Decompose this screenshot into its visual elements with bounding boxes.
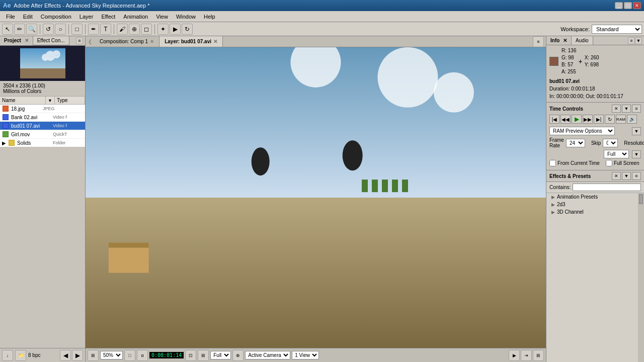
play-btn-tc[interactable]: ▶ bbox=[572, 115, 582, 124]
workspace-select[interactable]: Standard bbox=[592, 25, 642, 34]
file-item-girl[interactable]: Girl.mov QuickT bbox=[0, 130, 85, 139]
close-button[interactable]: ✕ bbox=[633, 2, 641, 9]
maximize-button[interactable]: □ bbox=[624, 2, 632, 9]
effects-item-3dchannel[interactable]: ▶ 3D Channel bbox=[546, 208, 638, 216]
comp-alpha-btn[interactable]: α bbox=[137, 350, 148, 361]
info-tab-close[interactable]: ✕ bbox=[563, 38, 567, 43]
comp-tab-layer[interactable]: Layer: bud01 07.avi ✕ bbox=[159, 36, 223, 47]
comp-tab-layer-close[interactable]: ✕ bbox=[213, 39, 217, 44]
comp-tabs-left[interactable]: ❮ bbox=[86, 36, 95, 47]
effect-controls-tab[interactable]: Effect Con... bbox=[33, 36, 69, 45]
framerate-select[interactable]: 24 bbox=[566, 139, 585, 147]
menu-edit[interactable]: Edit bbox=[19, 13, 37, 21]
menu-help[interactable]: Help bbox=[200, 13, 219, 21]
loop-btn[interactable]: ↻ bbox=[182, 24, 193, 35]
full-screen-checkbox[interactable] bbox=[606, 160, 612, 166]
type-column-header[interactable]: Type bbox=[55, 97, 85, 104]
menu-composition[interactable]: Composition bbox=[37, 13, 75, 21]
stamp-tool[interactable]: ⊕ bbox=[129, 24, 140, 35]
effects-search-input[interactable] bbox=[573, 184, 641, 191]
menu-file[interactable]: File bbox=[2, 13, 19, 21]
orbit-tool[interactable]: ○ bbox=[55, 24, 66, 35]
go-end-btn[interactable]: ▶| bbox=[594, 115, 604, 124]
file-item-bud0107[interactable]: bud01 07.avi Video f bbox=[0, 122, 85, 130]
comp-view-mode[interactable]: □ bbox=[124, 350, 135, 361]
rect-tool[interactable]: □ bbox=[71, 24, 83, 35]
eraser-tool[interactable]: ◻ bbox=[141, 24, 152, 35]
panel-nav-right[interactable]: ▶ bbox=[72, 350, 83, 361]
comp-settings-btn[interactable]: ⊞ bbox=[88, 350, 99, 361]
quality-select[interactable]: Full bbox=[210, 351, 231, 359]
tc-menu[interactable]: ≡ bbox=[632, 105, 641, 113]
file-item-18jpg[interactable]: 18.jpg JPEG bbox=[0, 105, 85, 113]
resolution-row: Full ▼ bbox=[549, 150, 641, 158]
view-count-select[interactable]: 1 View bbox=[292, 351, 319, 359]
folder-solids[interactable]: ▶ Solids Folder bbox=[0, 139, 85, 147]
comp-grid2-btn[interactable]: ⊕ bbox=[232, 350, 244, 361]
workspace-label: Workspace: Standard bbox=[560, 25, 642, 34]
comp-tab-comp1-close[interactable]: ✕ bbox=[150, 39, 154, 44]
arrow-icon-1: ▶ bbox=[551, 202, 555, 207]
comp-export-btn[interactable]: ⇥ bbox=[521, 350, 532, 361]
menu-effect[interactable]: Effect bbox=[97, 13, 119, 21]
audio-btn-tc[interactable]: 🔊 bbox=[627, 115, 637, 124]
effects-scroll-thumb[interactable] bbox=[639, 194, 643, 204]
go-start-btn[interactable]: |◀ bbox=[549, 115, 559, 124]
menu-view[interactable]: View bbox=[152, 13, 172, 21]
pen-path-tool[interactable]: ✒ bbox=[88, 24, 99, 35]
tc-expand[interactable]: ▼ bbox=[622, 105, 631, 113]
ram-preview-menu[interactable]: ▼ bbox=[632, 127, 641, 135]
ram-preview-select[interactable]: RAM Preview Options bbox=[549, 127, 615, 135]
menu-layer[interactable]: Layer bbox=[75, 13, 98, 21]
skip-select[interactable]: 0 bbox=[603, 139, 618, 147]
camera-select[interactable]: Active Camera bbox=[245, 351, 290, 359]
loop-btn-tc[interactable]: ↻ bbox=[605, 115, 615, 124]
project-tab[interactable]: Project ✕ bbox=[0, 36, 33, 45]
comp-panel-menu[interactable]: ≡ bbox=[533, 36, 544, 47]
audio-tab[interactable]: Audio bbox=[572, 36, 593, 45]
rotate-tool[interactable]: ↺ bbox=[43, 24, 54, 35]
selection-tool[interactable]: ↖ bbox=[2, 24, 13, 35]
step-fwd-btn[interactable]: ▶▶ bbox=[583, 115, 593, 124]
from-current-time-checkbox[interactable] bbox=[549, 160, 556, 166]
panel-menu-btn[interactable]: ≡ bbox=[76, 37, 83, 44]
minimize-button[interactable]: _ bbox=[615, 2, 623, 9]
quicktime-icon bbox=[2, 131, 9, 138]
zoom-select[interactable]: 50% bbox=[100, 351, 123, 359]
menu-window[interactable]: Window bbox=[172, 13, 200, 21]
tc-close[interactable]: ✕ bbox=[612, 105, 621, 113]
text-tool[interactable]: T bbox=[100, 24, 111, 35]
comp-tab-comp1[interactable]: Composition: Comp 1 ✕ bbox=[95, 36, 159, 47]
comp-grid-btn[interactable]: ⊞ bbox=[198, 350, 209, 361]
effects-item-2d3[interactable]: ▶ 2d3 bbox=[546, 201, 638, 208]
effects-scrollbar[interactable] bbox=[638, 193, 644, 362]
effects-close[interactable]: ✕ bbox=[612, 172, 621, 180]
comp-expand-btn[interactable]: ⊞ bbox=[533, 350, 544, 361]
name-column-header[interactable]: Name bbox=[0, 97, 46, 104]
hand-tool[interactable]: ✦ bbox=[157, 24, 169, 35]
info-panel-menu[interactable]: ≡ bbox=[628, 37, 635, 44]
play-btn[interactable]: ▶ bbox=[170, 24, 181, 35]
info-tab[interactable]: Info ✕ bbox=[546, 36, 572, 45]
effects-menu[interactable]: ≡ bbox=[632, 172, 641, 180]
effects-expand[interactable]: ▼ bbox=[622, 172, 631, 180]
menu-animation[interactable]: Animation bbox=[119, 13, 152, 21]
bpc-info: 8 bpc bbox=[28, 352, 40, 358]
project-tab-close[interactable]: ✕ bbox=[25, 38, 29, 43]
composition-viewer[interactable] bbox=[86, 47, 546, 348]
effects-item-animation-presets[interactable]: ▶ Animation Presets bbox=[546, 193, 638, 201]
resolution-select[interactable]: Full bbox=[604, 150, 629, 158]
new-folder-btn[interactable]: 📁 bbox=[15, 350, 26, 361]
panel-nav-left[interactable]: ◀ bbox=[60, 350, 71, 361]
pen-tool[interactable]: ✏ bbox=[14, 24, 25, 35]
search-tool[interactable]: 🔍 bbox=[26, 24, 37, 35]
ram-btn[interactable]: RAM bbox=[616, 115, 626, 124]
step-back-btn[interactable]: ◀◀ bbox=[560, 115, 571, 124]
info-expand[interactable]: ▼ bbox=[635, 37, 642, 44]
comp-snap-btn[interactable]: ⊡ bbox=[185, 350, 196, 361]
file-item-bank02[interactable]: Bank 02.avi Video f bbox=[0, 113, 85, 122]
import-btn[interactable]: ↓ bbox=[2, 350, 13, 361]
brush-tool[interactable]: 🖌 bbox=[117, 24, 128, 35]
comp-render-btn[interactable]: ▶ bbox=[509, 350, 520, 361]
resolution-menu[interactable]: ▼ bbox=[632, 150, 641, 158]
